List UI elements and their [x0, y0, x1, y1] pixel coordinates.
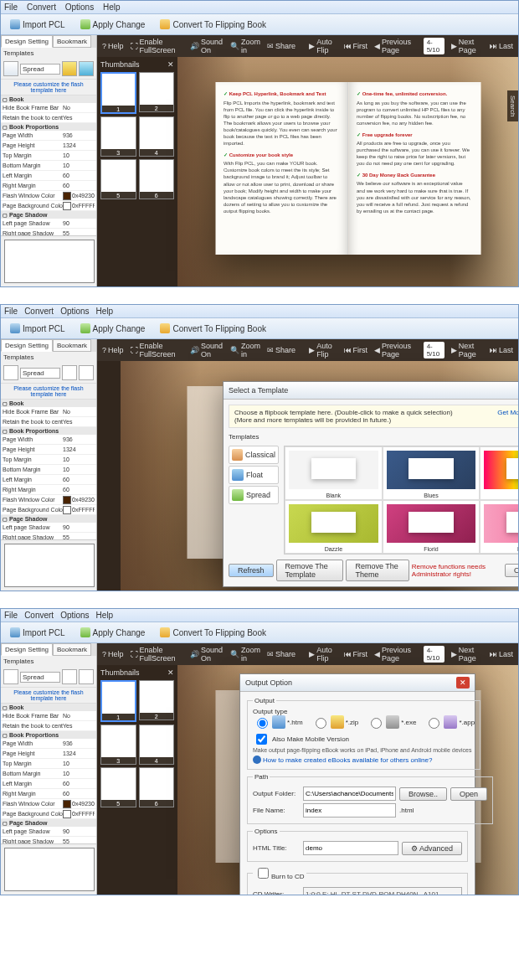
open-button[interactable]: Open: [450, 787, 487, 801]
zoom-button[interactable]: 🔍 Zoom in: [230, 38, 260, 54]
property-row[interactable]: Left Margin60: [1, 779, 96, 789]
thumbnails-close[interactable]: ✕: [167, 60, 174, 69]
menu-file[interactable]: File: [4, 3, 18, 12]
property-row[interactable]: Page Height1324: [1, 445, 96, 455]
property-row[interactable]: Hide Book Frame BarNo: [1, 711, 96, 721]
refresh-button[interactable]: Refresh: [229, 564, 274, 577]
output-folder-input[interactable]: [303, 787, 396, 801]
tab-bookmark[interactable]: Bookmark: [53, 35, 91, 48]
template-blues[interactable]: Blues: [383, 446, 480, 500]
property-row[interactable]: Flash Window Color0x492301: [1, 191, 96, 201]
radio-exe[interactable]: *.exe: [367, 715, 416, 729]
thumbnail[interactable]: 4: [139, 725, 175, 765]
property-row[interactable]: Top Margin10: [1, 151, 96, 161]
apply-change-button[interactable]: Apply Change: [75, 321, 152, 336]
menu-convert[interactable]: Convert: [27, 3, 56, 12]
property-row[interactable]: Retain the book to centerYes: [1, 721, 96, 731]
menu-help[interactable]: Help: [103, 3, 121, 12]
thumbnail[interactable]: 6: [139, 767, 175, 807]
import-pcl-button[interactable]: Import PCL: [4, 321, 71, 336]
property-row[interactable]: Right page Shadow55: [1, 837, 96, 843]
thumbnail[interactable]: 3: [100, 725, 136, 765]
close-button[interactable]: ✕: [456, 677, 470, 689]
ok-button[interactable]: OK: [505, 564, 518, 577]
property-row[interactable]: Right page Shadow55: [1, 229, 96, 235]
property-row[interactable]: Bottom Margin10: [1, 161, 96, 171]
template-export-button[interactable]: [79, 61, 94, 76]
template-open-button[interactable]: [3, 61, 18, 76]
apply-change-button[interactable]: Apply Change: [75, 17, 152, 32]
property-row[interactable]: Right page Shadow55: [1, 533, 96, 539]
filename-input[interactable]: [303, 803, 396, 818]
thumbnail[interactable]: 1: [100, 680, 136, 722]
template-type-classical[interactable]: Classical: [229, 446, 279, 464]
how-to-link[interactable]: How to make created eBooks available for…: [253, 756, 432, 764]
property-row[interactable]: Page Background Color0xFFFFFF: [1, 505, 96, 515]
property-row[interactable]: Retain the book to centerYes: [1, 113, 96, 123]
property-row[interactable]: Page Width936: [1, 739, 96, 749]
customize-link[interactable]: Please customize the flash template here: [1, 80, 96, 95]
fullscreen-button[interactable]: ⛶ Enable FullScreen: [131, 38, 183, 54]
property-row[interactable]: Page Width936: [1, 131, 96, 141]
property-row[interactable]: Page Height1324: [1, 749, 96, 759]
radio-app[interactable]: *.app: [424, 715, 475, 729]
property-row[interactable]: Right Margin60: [1, 485, 96, 495]
template-blank[interactable]: Blank: [285, 446, 383, 500]
remove-theme-button[interactable]: Remove The Theme: [346, 560, 409, 581]
property-row[interactable]: Page Width936: [1, 435, 96, 445]
property-row[interactable]: Left Margin60: [1, 171, 96, 181]
menu-options[interactable]: Options: [65, 3, 94, 12]
template-flow-red[interactable]: Flow-red: [480, 500, 518, 554]
remove-template-button[interactable]: Remove The Template: [276, 560, 344, 581]
sound-button[interactable]: 🔊 Sound On: [190, 38, 224, 54]
property-row[interactable]: Hide Book Frame BarNo: [1, 407, 96, 417]
radio-htm[interactable]: *.htm: [253, 715, 303, 729]
page-indicator[interactable]: 4-5/10: [424, 38, 444, 54]
properties-grid[interactable]: BookHide Book Frame BarNoRetain the book…: [1, 95, 96, 235]
next-page-button[interactable]: ▶ Next Page: [451, 38, 483, 54]
property-row[interactable]: Retain the book to centerYes: [1, 417, 96, 427]
thumbnail[interactable]: 5: [100, 159, 136, 199]
prev-page-button[interactable]: ◀ Previous Page: [374, 38, 417, 54]
template-florid[interactable]: Florid: [383, 500, 480, 554]
autoflip-button[interactable]: ▶ Auto Flip: [309, 38, 337, 54]
tab-design-setting[interactable]: Design Setting: [1, 35, 53, 48]
radio-zip[interactable]: *.zip: [311, 715, 359, 729]
help-button[interactable]: ? Help: [102, 42, 124, 50]
search-tab[interactable]: Search: [507, 90, 518, 121]
share-button[interactable]: ✉ Share: [267, 42, 295, 50]
convert-button[interactable]: Convert To Flipping Book: [154, 321, 272, 336]
thumbnail[interactable]: 3: [100, 116, 136, 157]
template-save-button[interactable]: [62, 61, 77, 76]
property-row[interactable]: Page Background Color0xFFFFFF: [1, 809, 96, 819]
property-row[interactable]: Top Margin10: [1, 455, 96, 465]
template-type-spread[interactable]: Spread: [229, 486, 279, 504]
property-row[interactable]: Flash Window Color0x492301: [1, 495, 96, 505]
thumbnail[interactable]: 6: [139, 159, 175, 199]
property-row[interactable]: Right Margin60: [1, 181, 96, 191]
last-page-button[interactable]: ⏭ Last: [490, 42, 513, 50]
template-dazzle[interactable]: Dazzle: [285, 500, 383, 554]
thumbnail[interactable]: 5: [100, 767, 136, 807]
property-row[interactable]: Hide Book Frame BarNo: [1, 103, 96, 113]
property-row[interactable]: Top Margin10: [1, 759, 96, 769]
property-row[interactable]: Bottom Margin10: [1, 465, 96, 475]
template-colorful[interactable]: Colorful: [480, 446, 518, 500]
property-row[interactable]: Right Margin60: [1, 789, 96, 799]
html-title-input[interactable]: [303, 841, 398, 855]
property-row[interactable]: Left page Shadow90: [1, 219, 96, 229]
import-pcl-button[interactable]: Import PCL: [4, 17, 71, 32]
template-type-float[interactable]: Float: [229, 466, 279, 484]
browse-button[interactable]: Browse..: [399, 787, 447, 801]
flipbook[interactable]: Keep PCL Hyperlink, Bookmark and TextFli…: [215, 82, 480, 255]
property-row[interactable]: Page Height1324: [1, 141, 96, 151]
also-mobile-checkbox[interactable]: Also Make Mobile Version: [253, 731, 475, 747]
template-select[interactable]: Spread: [20, 64, 60, 75]
first-page-button[interactable]: ⏮ First: [344, 42, 368, 50]
property-row[interactable]: Flash Window Color0x492301: [1, 799, 96, 809]
thumbnail[interactable]: 4: [139, 116, 175, 157]
property-row[interactable]: Bottom Margin10: [1, 769, 96, 779]
thumbnail[interactable]: 1: [100, 72, 136, 114]
property-row[interactable]: Left page Shadow90: [1, 523, 96, 533]
book-stage[interactable]: Keep PCL Hyperlink, Bookmark and TextFli…: [177, 57, 518, 286]
